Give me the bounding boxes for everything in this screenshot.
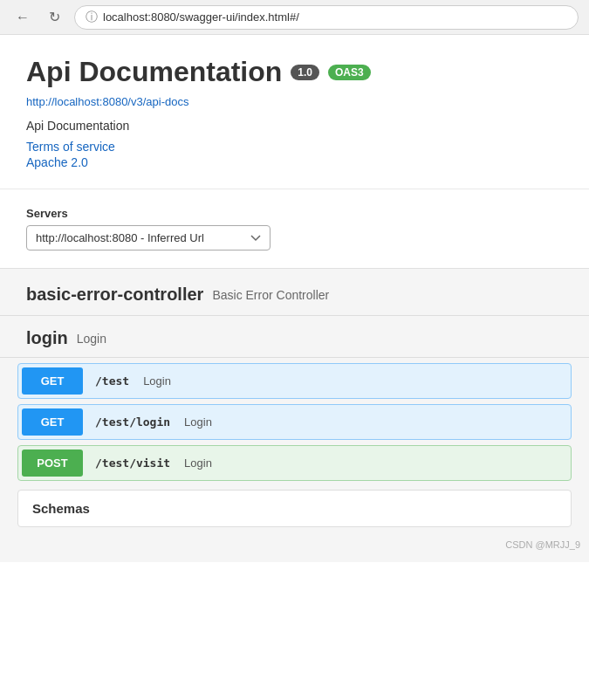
- endpoint-path-2: /test/login: [86, 408, 179, 436]
- endpoint-post-test-visit[interactable]: POST /test/visit Login: [17, 445, 572, 481]
- header-section: Api Documentation 1.0 OAS3 http://localh…: [0, 35, 589, 189]
- back-button[interactable]: ←: [10, 8, 35, 27]
- method-badge-post: POST: [22, 450, 83, 477]
- info-icon: ⓘ: [86, 10, 98, 25]
- endpoint-get-test-login[interactable]: GET /test/login Login: [17, 404, 572, 440]
- server-select[interactable]: http://localhost:8080 - Inferred Url: [26, 225, 271, 250]
- servers-label: Servers: [26, 207, 563, 220]
- controller-name: basic-error-controller: [26, 285, 203, 305]
- controller-header: basic-error-controller Basic Error Contr…: [0, 269, 589, 316]
- endpoint-path: /test: [86, 367, 138, 395]
- schemas-header: Schemas: [18, 491, 571, 526]
- login-subtitle: Login: [77, 332, 106, 346]
- login-title: login: [26, 328, 68, 348]
- endpoint-desc: Login: [138, 367, 176, 395]
- endpoint-desc-2: Login: [179, 408, 217, 436]
- api-description: Api Documentation: [26, 119, 563, 133]
- page-content: Api Documentation 1.0 OAS3 http://localh…: [0, 35, 589, 700]
- method-badge-get-2: GET: [22, 408, 83, 436]
- endpoint-path-3: /test/visit: [86, 450, 179, 477]
- api-docs-link[interactable]: http://localhost:8080/v3/api-docs: [26, 95, 563, 108]
- license-link[interactable]: Apache 2.0: [26, 155, 563, 169]
- oas3-badge: OAS3: [328, 65, 371, 80]
- reload-button[interactable]: ↻: [44, 7, 65, 27]
- watermark: CSDN @MRJJ_9: [0, 536, 589, 553]
- controller-description: Basic Error Controller: [212, 288, 329, 302]
- api-title: Api Documentation: [26, 56, 282, 88]
- schemas-section[interactable]: Schemas: [17, 490, 572, 527]
- controller-section: basic-error-controller Basic Error Contr…: [0, 269, 589, 562]
- servers-section: Servers http://localhost:8080 - Inferred…: [0, 189, 589, 269]
- endpoint-get-test[interactable]: GET /test Login: [17, 363, 572, 399]
- url-text: localhost:8080/swagger-ui/index.html#/: [103, 10, 299, 24]
- endpoint-desc-3: Login: [179, 450, 217, 477]
- title-row: Api Documentation 1.0 OAS3: [26, 56, 563, 88]
- terms-of-service-link[interactable]: Terms of service: [26, 140, 563, 154]
- browser-chrome: ← ↻ ⓘ localhost:8080/swagger-ui/index.ht…: [0, 0, 589, 35]
- login-header: login Login: [0, 316, 589, 358]
- address-bar: ⓘ localhost:8080/swagger-ui/index.html#/: [74, 5, 579, 30]
- version-badge: 1.0: [291, 65, 319, 80]
- method-badge-get: GET: [22, 367, 83, 395]
